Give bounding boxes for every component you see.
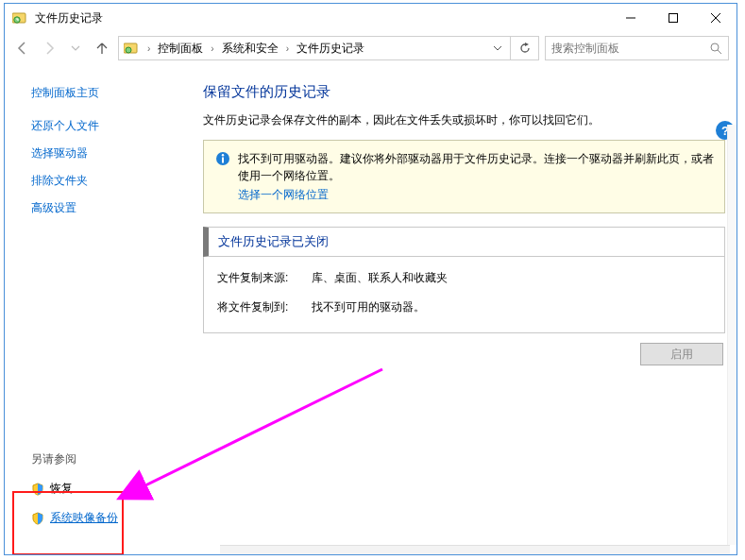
dest-value: 找不到可用的驱动器。 [312, 299, 425, 315]
sidebar-item-exclude[interactable]: 排除文件夹 [31, 173, 203, 189]
bottom-edge-strip [220, 545, 730, 554]
svg-line-9 [718, 50, 721, 54]
address-icon [123, 40, 140, 57]
enable-button[interactable]: 启用 [640, 343, 723, 365]
svg-point-12 [222, 154, 224, 156]
sidebar-item-select-drive[interactable]: 选择驱动器 [31, 145, 203, 161]
see-also-recovery-label: 恢复 [50, 481, 73, 497]
info-icon [215, 151, 230, 203]
see-also-image-backup-label: 系统映像备份 [50, 510, 118, 526]
see-also-image-backup[interactable]: 系统映像备份 [31, 510, 203, 526]
svg-rect-3 [669, 14, 677, 23]
titlebar: 文件历史记录 [5, 4, 737, 32]
alert-box: 找不到可用驱动器。建议你将外部驱动器用于文件历史记录。连接一个驱动器并刷新此页，… [203, 140, 725, 213]
page-desc: 文件历史记录会保存文件的副本，因此在文件丢失或损坏时，你可以找回它们。 [203, 112, 725, 128]
alert-link[interactable]: 选择一个网络位置 [238, 186, 329, 203]
breadcrumb-root[interactable]: 控制面板 [154, 41, 207, 57]
page-heading: 保留文件的历史记录 [203, 83, 725, 101]
recent-locations-button[interactable] [65, 38, 86, 59]
window: 文件历史记录 [4, 3, 737, 555]
see-also-heading: 另请参阅 [31, 451, 203, 467]
status-body: 文件复制来源: 库、桌面、联系人和收藏夹 将文件复制到: 找不到可用的驱动器。 [203, 257, 725, 333]
dest-label: 将文件复制到: [217, 299, 312, 315]
shield-icon [31, 483, 44, 496]
content: 保留文件的历史记录 文件历史记录会保存文件的副本，因此在文件丢失或损坏时，你可以… [203, 68, 737, 554]
sidebar: 控制面板主页 还原个人文件 选择驱动器 排除文件夹 高级设置 另请参阅 恢复 [5, 68, 203, 554]
maximize-button[interactable] [652, 4, 694, 32]
forward-button[interactable] [39, 38, 59, 59]
breadcrumb-mid[interactable]: 系统和安全 [218, 41, 282, 57]
minimize-button[interactable] [609, 4, 652, 32]
body: ? 控制面板主页 还原个人文件 选择驱动器 排除文件夹 高级设置 另请参阅 恢复 [5, 68, 737, 554]
breadcrumb-leaf[interactable]: 文件历史记录 [293, 41, 368, 57]
see-also-recovery[interactable]: 恢复 [31, 481, 203, 497]
search-placeholder: 搜索控制面板 [551, 41, 709, 57]
source-label: 文件复制来源: [217, 270, 312, 286]
window-title: 文件历史记录 [35, 10, 103, 26]
navbar: › 控制面板 › 系统和安全 › 文件历史记录 搜索控制面板 [5, 32, 737, 68]
right-edge-strip [727, 125, 737, 545]
chevron-right-icon[interactable]: › [207, 43, 217, 54]
up-button[interactable] [92, 38, 112, 59]
chevron-right-icon[interactable]: › [144, 43, 154, 54]
svg-rect-11 [222, 158, 224, 163]
svg-point-7 [126, 47, 131, 53]
search-icon [709, 42, 722, 55]
address-bar[interactable]: › 控制面板 › 系统和安全 › 文件历史记录 [118, 36, 539, 60]
app-icon [12, 10, 27, 25]
chevron-right-icon[interactable]: › [282, 43, 293, 54]
alert-text: 找不到可用驱动器。建议你将外部驱动器用于文件历史记录。连接一个驱动器并刷新此页，… [238, 152, 714, 182]
address-dropdown[interactable] [485, 37, 510, 59]
close-button[interactable] [694, 4, 737, 32]
search-input[interactable]: 搜索控制面板 [545, 36, 729, 60]
source-value: 库、桌面、联系人和收藏夹 [312, 270, 448, 286]
svg-point-8 [711, 43, 719, 51]
back-button[interactable] [12, 38, 33, 59]
status-header: 文件历史记录已关闭 [203, 227, 725, 257]
refresh-button[interactable] [510, 37, 538, 59]
sidebar-item-advanced[interactable]: 高级设置 [31, 200, 203, 216]
shield-icon [31, 512, 44, 525]
sidebar-item-restore[interactable]: 还原个人文件 [31, 118, 203, 134]
sidebar-home[interactable]: 控制面板主页 [31, 85, 203, 101]
